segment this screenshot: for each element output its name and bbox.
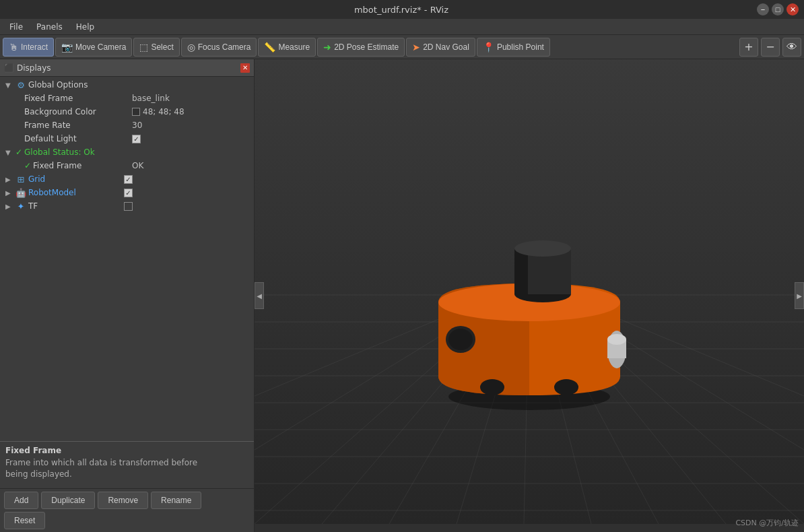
titlebar: mbot_urdf.rviz* - RViz − □ ✕: [0, 0, 804, 19]
watermark: CSDN @万钧/轨迹: [735, 518, 799, 528]
fixed-frame-value: base_link: [132, 94, 254, 103]
nav-goal-tool[interactable]: ➤ 2D Nav Goal: [406, 38, 475, 57]
view-options-button[interactable]: 👁: [782, 38, 801, 57]
default-light-checkbox[interactable]: ✓: [132, 135, 141, 143]
add-display-button[interactable]: +: [739, 38, 758, 57]
fixed-frame-status-icon: ✓: [24, 161, 31, 170]
tf-value: [124, 201, 254, 211]
menubar: File Panels Help: [0, 19, 804, 35]
measure-label: Measure: [278, 42, 310, 52]
robot-model-scene: [255, 59, 804, 532]
menu-file[interactable]: File: [3, 21, 30, 33]
grid-expand: ▶: [5, 176, 13, 183]
info-panel: Fixed Frame Frame into which all data is…: [0, 441, 254, 488]
frame-rate-value: 30: [132, 121, 254, 130]
robot-model-expand: ▶: [5, 189, 13, 197]
interact-icon: 🖱: [9, 42, 18, 53]
rename-button[interactable]: Rename: [151, 492, 201, 509]
toolbar: 🖱 Interact 📷 Move Camera ⬚ Select ◎ Focu…: [0, 35, 804, 59]
select-tool[interactable]: ⬚ Select: [133, 38, 179, 57]
focus-camera-tool[interactable]: ◎ Focus Camera: [181, 38, 257, 57]
reset-buttons-row: Reset: [4, 512, 250, 529]
displays-panel-icon: ⬛: [4, 63, 14, 73]
global-options-item[interactable]: ▼ ⚙ Global Options: [0, 78, 254, 92]
displays-panel-title: Displays: [17, 63, 51, 73]
window-controls: − □ ✕: [757, 3, 799, 15]
interact-tool[interactable]: 🖱 Interact: [3, 38, 54, 57]
tf-icon: ✦: [15, 201, 26, 211]
grid-label: Grid: [28, 174, 45, 184]
duplicate-button[interactable]: Duplicate: [41, 492, 95, 509]
displays-close-button[interactable]: ✕: [240, 63, 250, 73]
frame-rate-label: Frame Rate: [24, 121, 71, 130]
global-status-icon: ✓: [15, 147, 22, 157]
grid-value: ✓: [124, 174, 254, 185]
publish-point-icon: 📍: [483, 42, 494, 53]
move-camera-icon: 📷: [61, 42, 73, 53]
default-light-item[interactable]: Default Light ✓: [0, 132, 254, 145]
action-buttons-row: Add Duplicate Remove Rename: [4, 492, 250, 509]
maximize-button[interactable]: □: [772, 3, 784, 15]
frame-rate-item[interactable]: Frame Rate 30: [0, 119, 254, 132]
remove-display-button[interactable]: −: [761, 38, 780, 57]
tf-checkbox[interactable]: [124, 202, 133, 211]
close-button[interactable]: ✕: [786, 3, 799, 15]
global-options-value: [124, 80, 254, 90]
move-camera-label: Move Camera: [75, 42, 126, 52]
global-options-label: Global Options: [28, 80, 88, 90]
global-options-icon: ⚙: [15, 80, 26, 90]
main-area: ⬛ Displays ✕ ▼ ⚙ Global Options: [0, 59, 804, 532]
displays-header: ⬛ Displays ✕: [0, 59, 254, 77]
measure-tool[interactable]: 📏 Measure: [258, 38, 316, 57]
fixed-frame-item[interactable]: Fixed Frame base_link: [0, 92, 254, 105]
tf-label: TF: [28, 201, 38, 211]
pose-estimate-icon: ➜: [323, 42, 331, 53]
focus-camera-icon: ◎: [187, 42, 195, 53]
toolbar-right: + − 👁: [739, 38, 801, 57]
grid-checkbox[interactable]: ✓: [124, 175, 133, 184]
interact-label: Interact: [21, 42, 48, 52]
info-panel-title: Fixed Frame: [5, 446, 248, 455]
focus-camera-label: Focus Camera: [198, 42, 251, 52]
menu-panels[interactable]: Panels: [30, 21, 69, 33]
minimize-button[interactable]: −: [757, 3, 769, 15]
fixed-frame-label: Fixed Frame: [24, 94, 73, 103]
add-button[interactable]: Add: [4, 492, 38, 509]
robot-model-label: RobotModel: [28, 188, 76, 197]
displays-title: ⬛ Displays: [4, 63, 51, 73]
left-panel-collapse[interactable]: ◀: [255, 282, 264, 309]
pose-estimate-label: 2D Pose Estimate: [334, 42, 399, 52]
select-label: Select: [151, 42, 173, 52]
window-title: mbot_urdf.rviz* - RViz: [46, 5, 757, 15]
select-icon: ⬚: [139, 42, 148, 53]
robot-model-checkbox[interactable]: ✓: [124, 189, 133, 197]
global-status-expand: ▼: [5, 149, 13, 156]
background-color-swatch: [132, 108, 140, 116]
reset-button[interactable]: Reset: [4, 512, 45, 529]
menu-help[interactable]: Help: [69, 21, 101, 33]
robot-model-icon: 🤖: [15, 188, 26, 198]
default-light-value: ✓: [132, 134, 254, 143]
robot-model-item[interactable]: ▶ 🤖 RobotModel ✓: [0, 186, 254, 199]
tf-item[interactable]: ▶ ✦ TF: [0, 199, 254, 213]
grid-item[interactable]: ▶ ⊞ Grid ✓: [0, 172, 254, 186]
fixed-frame-status-item[interactable]: ✓ Fixed Frame OK: [0, 159, 254, 172]
global-status-label: Global Status: Ok: [24, 147, 95, 157]
pose-estimate-tool[interactable]: ➜ 2D Pose Estimate: [317, 38, 405, 57]
right-panel-collapse[interactable]: ▶: [795, 282, 804, 309]
remove-button[interactable]: Remove: [98, 492, 148, 509]
global-options-expand: ▼: [5, 81, 13, 89]
svg-point-35: [480, 379, 504, 395]
background-color-item[interactable]: Background Color 48; 48; 48: [0, 105, 254, 119]
default-light-label: Default Light: [24, 134, 77, 143]
publish-point-tool[interactable]: 📍 Publish Point: [477, 38, 550, 57]
move-camera-tool[interactable]: 📷 Move Camera: [55, 38, 132, 57]
tree-view: ▼ ⚙ Global Options Fixed Frame base_link: [0, 77, 254, 441]
info-panel-text: Frame into which all data is transformed…: [5, 457, 248, 480]
svg-point-36: [554, 379, 578, 395]
global-status-value: [124, 147, 254, 157]
fixed-frame-status-value: OK: [132, 161, 254, 170]
viewport[interactable]: ◀ ▶ CSDN @万钧/轨迹: [255, 59, 804, 532]
global-status-item[interactable]: ▼ ✓ Global Status: Ok: [0, 145, 254, 159]
fixed-frame-status-label: Fixed Frame: [33, 161, 81, 170]
